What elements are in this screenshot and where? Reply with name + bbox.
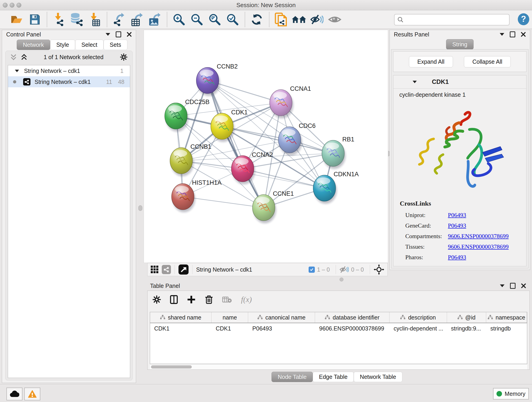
crosslink-link[interactable]: 9606.ENSP00000378699	[448, 243, 509, 250]
zoom-out-button[interactable]	[190, 12, 204, 27]
tab-edge-table[interactable]: Edge Table	[313, 372, 354, 382]
crosslink-link[interactable]: P06493	[448, 222, 466, 229]
help-button[interactable]: ?	[517, 13, 530, 26]
table-row[interactable]: CDK1CDK1P064939606.ENSP00000378699cyclin…	[150, 323, 527, 334]
close-panel-icon[interactable]	[127, 32, 132, 37]
scrollbar-thumb[interactable]	[151, 365, 192, 369]
table-cell[interactable]: stringdb	[486, 323, 527, 334]
tab-network[interactable]: Network	[17, 40, 50, 50]
network-row[interactable]: String Network – cdk1 11 48	[8, 76, 130, 87]
horizontal-splitter-handle[interactable]	[340, 278, 343, 281]
table-cell[interactable]: CDK1	[150, 323, 211, 334]
tab-sets[interactable]: Sets	[104, 40, 127, 50]
export-table-button[interactable]	[130, 12, 144, 27]
expand-all-networks-icon[interactable]	[11, 54, 17, 60]
collapse-all-networks-icon[interactable]	[21, 54, 27, 60]
column-header--id[interactable]: @id	[447, 312, 486, 323]
birds-eye-view-icon[interactable]	[178, 264, 189, 274]
network-node[interactable]: CCNE1	[253, 190, 294, 223]
float-panel-icon[interactable]	[116, 32, 121, 37]
add-icon[interactable]	[187, 295, 196, 304]
network-canvas[interactable]: CCNB2CCNA1CDC25BCDK1CDC6RB1CCNB1CCNA2CDK…	[144, 30, 388, 263]
collection-collapse-icon[interactable]	[15, 70, 19, 72]
network-node[interactable]: CCNA1	[270, 85, 311, 118]
column-header-namespace[interactable]: namespace	[486, 312, 527, 323]
save-session-button[interactable]	[27, 12, 42, 27]
float-panel-icon[interactable]	[510, 283, 515, 289]
network-node[interactable]: CDC6	[278, 122, 316, 155]
toolbar-separator	[47, 12, 47, 27]
show-all-button[interactable]	[328, 12, 342, 27]
gene-collapse-icon[interactable]	[413, 81, 417, 83]
network-snapshot-button[interactable]	[274, 12, 288, 27]
network-node[interactable]: CCNB1	[170, 143, 211, 176]
export-network-button[interactable]	[112, 12, 126, 27]
import-network-from-database-button[interactable]	[70, 12, 84, 27]
open-session-button[interactable]	[10, 12, 24, 27]
tab-style[interactable]: Style	[50, 40, 75, 50]
crosslink-link[interactable]: P06493	[448, 254, 466, 261]
trash-icon[interactable]	[205, 295, 213, 304]
table-cell[interactable]: stringdb:9...	[447, 323, 486, 334]
column-header-shared-name[interactable]: shared name	[150, 312, 211, 323]
table-horizontal-scrollbar[interactable]	[150, 364, 527, 370]
zoom-selected-button[interactable]	[225, 12, 240, 27]
zoom-in-button[interactable]	[172, 12, 186, 27]
column-header-description[interactable]: description	[389, 312, 447, 323]
title-bar: Session: New Session	[0, 0, 532, 10]
home-button[interactable]	[292, 12, 306, 27]
crosslink-link[interactable]: 9606.ENSP00000378699	[448, 233, 509, 240]
expand-all-button[interactable]: Expand All	[409, 56, 453, 67]
network-node[interactable]: CDC25B	[165, 99, 210, 132]
memory-button[interactable]: Memory	[493, 388, 529, 400]
float-panel-icon[interactable]	[510, 32, 515, 37]
panel-menu-icon[interactable]	[500, 33, 504, 36]
network-collection-row[interactable]: String Network – cdk1 1	[8, 65, 130, 76]
cloud-status-button[interactable]	[6, 388, 22, 400]
selected-indicator-checkbox[interactable]	[309, 267, 315, 273]
import-network-from-file-button[interactable]	[52, 12, 66, 27]
crosslink-link[interactable]: P06493	[448, 212, 466, 219]
export-image-button[interactable]	[147, 12, 162, 27]
collapse-all-button[interactable]: Collapse All	[464, 56, 511, 67]
refresh-button[interactable]	[250, 12, 264, 27]
table-cell[interactable]: cyclin-dependent ...	[389, 323, 447, 334]
tab-select[interactable]: Select	[75, 40, 103, 50]
crosslink-label: Compartments:	[405, 233, 448, 240]
network-node[interactable]: RB1	[322, 136, 355, 169]
network-edge[interactable]	[208, 80, 264, 208]
network-graph[interactable]: CCNB2CCNA1CDC25BCDK1CDC6RB1CCNB1CCNA2CDK…	[144, 30, 388, 263]
panel-menu-icon[interactable]	[106, 33, 110, 36]
tab-string[interactable]: String	[446, 39, 473, 50]
show-columns-icon[interactable]	[170, 295, 178, 304]
column-header-canonical-name[interactable]: canonical name	[248, 312, 315, 323]
column-header-name[interactable]: name	[211, 312, 248, 323]
network-node[interactable]: CDKN1A	[313, 171, 359, 204]
gear-icon[interactable]	[120, 53, 127, 61]
table-settings-gear-icon[interactable]	[152, 295, 161, 304]
network-overview-icon[interactable]	[162, 265, 171, 274]
crosshair-icon[interactable]	[374, 264, 384, 275]
table-cell[interactable]: CDK1	[211, 323, 248, 334]
panel-menu-icon[interactable]	[500, 284, 505, 287]
search-input[interactable]	[406, 15, 508, 25]
network-node[interactable]: HIST1H1A	[172, 179, 222, 212]
close-panel-icon[interactable]	[521, 283, 526, 288]
zoom-fit-content-button[interactable]	[208, 12, 222, 27]
grid-icon[interactable]	[151, 266, 158, 274]
tab-node-table[interactable]: Node Table	[272, 372, 313, 382]
import-table-from-file-button[interactable]	[88, 12, 102, 27]
column-header-database-identifier[interactable]: database identifier	[315, 312, 389, 323]
close-panel-icon[interactable]	[521, 32, 526, 37]
hide-selected-button[interactable]	[310, 12, 324, 27]
table-cell[interactable]: 9606.ENSP00000378699	[315, 323, 389, 334]
network-edge[interactable]	[222, 126, 333, 153]
table-cell[interactable]: P06493	[248, 323, 315, 334]
crosslink-row: Uniprot:P06493	[393, 210, 526, 220]
search-field[interactable]	[394, 14, 510, 26]
network-node[interactable]: CCNB2	[196, 63, 238, 96]
warning-status-button[interactable]	[24, 388, 40, 400]
tab-network-table[interactable]: Network Table	[354, 372, 402, 382]
memory-label: Memory	[505, 390, 525, 397]
left-splitter-handle[interactable]	[138, 205, 142, 211]
